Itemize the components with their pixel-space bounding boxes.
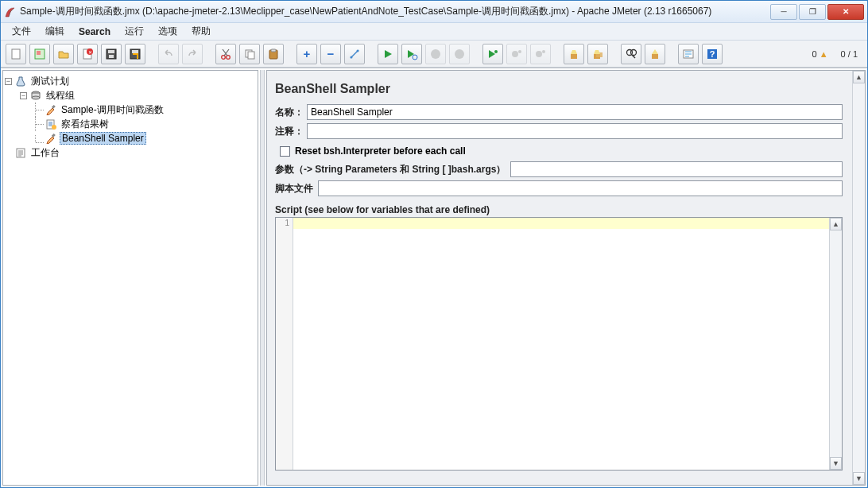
svg-point-24 [518, 50, 521, 53]
scroll-down-icon[interactable]: ▼ [830, 457, 842, 470]
search-tree-button[interactable] [621, 44, 641, 64]
warn-status: 0▲ [812, 49, 828, 59]
test-plan-tree[interactable]: − 测试计划 − 线程组 Sample-调用时间戳函数 察看结果树 [2, 70, 258, 486]
remote-start-button[interactable] [482, 44, 503, 64]
beaker-icon [14, 75, 27, 87]
scroll-up-icon[interactable]: ▲ [830, 218, 842, 230]
split-handle[interactable] [260, 70, 265, 486]
code-scrollbar[interactable]: ▲ ▼ [829, 218, 842, 470]
clipboard-icon [14, 146, 27, 159]
name-label: 名称： [275, 106, 307, 119]
tree-node-testplan[interactable]: − 测试计划 [5, 74, 256, 88]
open-button[interactable] [53, 44, 74, 64]
svg-rect-7 [108, 50, 114, 53]
maximize-button[interactable]: ❐ [799, 4, 826, 20]
editor-title: BeanShell Sampler [275, 77, 843, 104]
params-label: 参数（-> String Parameters 和 String [ ]bash… [275, 163, 506, 176]
svg-rect-16 [271, 49, 276, 52]
menu-search[interactable]: Search [72, 25, 117, 39]
tree-node-workbench[interactable]: 工作台 [5, 145, 256, 160]
help-button[interactable]: ? [702, 44, 723, 64]
start-no-timers-button[interactable] [401, 44, 422, 64]
save-button[interactable] [101, 44, 122, 64]
svg-point-11 [222, 55, 226, 59]
tree-collapse-icon[interactable]: − [5, 78, 12, 85]
cut-button[interactable] [215, 44, 236, 64]
dropper-icon [45, 132, 57, 145]
main-body: − 测试计划 − 线程组 Sample-调用时间戳函数 察看结果树 [1, 68, 867, 487]
svg-point-17 [351, 56, 353, 58]
svg-point-25 [536, 51, 542, 57]
spool-icon [29, 89, 42, 102]
undo-button[interactable] [158, 44, 179, 64]
warning-icon: ▲ [820, 49, 828, 59]
reset-label: Reset bsh.Interpreter before each call [295, 145, 466, 157]
script-editor[interactable]: 1 ▲ ▼ [275, 217, 843, 471]
editor-panel: ▲ ▼ BeanShell Sampler 名称： 注释： Reset bsh.… [266, 70, 866, 486]
comment-input[interactable] [307, 123, 843, 139]
svg-point-18 [357, 49, 359, 52]
window-controls: ─ ❐ ✕ [769, 4, 864, 20]
templates-button[interactable] [29, 44, 50, 64]
scriptfile-label: 脚本文件 [275, 182, 313, 196]
toggle-button[interactable] [344, 44, 365, 64]
svg-text:✕: ✕ [88, 50, 92, 55]
svg-point-12 [227, 55, 231, 59]
menu-run[interactable]: 运行 [118, 23, 150, 40]
panel-scrollbar[interactable]: ▲ ▼ [852, 71, 865, 485]
svg-point-22 [494, 50, 498, 53]
tree-node-sampler1[interactable]: Sample-调用时间戳函数 [5, 103, 256, 117]
stop-button[interactable] [425, 44, 446, 64]
svg-rect-27 [571, 54, 577, 59]
tree-node-beanshell[interactable]: BeanShell Sampler [5, 131, 256, 145]
tree-node-viewtree[interactable]: 察看结果树 [5, 117, 256, 131]
scriptfile-input[interactable] [318, 180, 843, 196]
svg-rect-32 [652, 54, 658, 59]
svg-point-41 [52, 125, 56, 130]
tree-node-threadgroup[interactable]: − 线程组 [5, 88, 256, 103]
scroll-up-icon[interactable]: ▲ [853, 71, 865, 83]
reset-interpreter-row[interactable]: Reset bsh.Interpreter before each call [280, 145, 843, 157]
function-helper-button[interactable] [678, 44, 699, 64]
reset-search-button[interactable] [645, 44, 665, 64]
paste-button[interactable] [263, 44, 284, 64]
svg-rect-2 [37, 51, 41, 55]
params-input[interactable] [510, 161, 843, 177]
redo-button[interactable] [182, 44, 203, 64]
collapse-button[interactable]: − [320, 44, 341, 64]
svg-point-20 [431, 49, 440, 59]
window-titlebar[interactable]: Sample-调用时间戳函数.jmx (D:\apache-jmeter-2.1… [1, 1, 867, 23]
script-label: Script (see below for variables that are… [275, 204, 843, 215]
menu-bar: 文件 编辑 Search 运行 选项 帮助 [1, 23, 867, 41]
clear-all-button[interactable] [587, 44, 608, 64]
close-button[interactable]: ✕ [827, 4, 864, 20]
svg-text:?: ? [710, 49, 715, 59]
saveas-button[interactable] [125, 44, 145, 64]
remote-shutdown-button[interactable] [530, 44, 551, 64]
minimize-button[interactable]: ─ [770, 4, 797, 20]
svg-rect-0 [12, 49, 20, 59]
window-title: Sample-调用时间戳函数.jmx (D:\apache-jmeter-2.1… [20, 5, 769, 18]
menu-file[interactable]: 文件 [6, 23, 37, 40]
start-button[interactable] [378, 44, 398, 64]
menu-options[interactable]: 选项 [152, 23, 184, 40]
clear-button[interactable] [564, 44, 584, 64]
code-area[interactable] [293, 218, 829, 470]
tree-collapse-icon[interactable]: − [20, 92, 27, 99]
checkbox-icon[interactable] [280, 146, 290, 157]
shutdown-button[interactable] [449, 44, 470, 64]
svg-point-31 [631, 49, 637, 55]
menu-edit[interactable]: 编辑 [39, 23, 71, 40]
expand-button[interactable]: + [296, 44, 317, 64]
remote-stop-button[interactable] [506, 44, 527, 64]
copy-button[interactable] [239, 44, 260, 64]
toolbar: ✕ + − ? 0▲ 0 / 1 [1, 41, 867, 68]
name-input[interactable] [307, 104, 843, 120]
scroll-down-icon[interactable]: ▼ [853, 472, 865, 485]
svg-point-23 [512, 51, 518, 57]
thread-status: 0 / 1 [841, 49, 858, 59]
close-file-button[interactable]: ✕ [77, 44, 98, 64]
new-button[interactable] [6, 44, 26, 64]
menu-help[interactable]: 帮助 [185, 23, 217, 40]
svg-rect-14 [248, 52, 254, 59]
